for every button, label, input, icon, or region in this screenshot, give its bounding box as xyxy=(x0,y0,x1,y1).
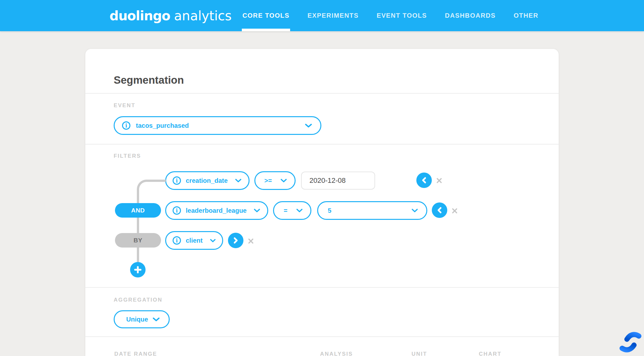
remove-filter-button[interactable] xyxy=(436,177,442,184)
confluence-logo xyxy=(619,332,642,355)
chevron-down-icon xyxy=(280,179,287,183)
filter-field-select[interactable]: i client xyxy=(165,231,223,250)
remove-filter-button[interactable] xyxy=(451,208,458,214)
info-icon[interactable]: i xyxy=(122,121,130,130)
filter-operator-select[interactable]: >= xyxy=(254,171,296,190)
filter-date-input[interactable] xyxy=(301,172,375,190)
close-icon xyxy=(436,177,442,184)
aggregation-section-label: AGGREGATION xyxy=(114,297,162,303)
remove-filter-button[interactable] xyxy=(248,238,254,244)
chart-section-label: CHART xyxy=(479,351,502,356)
nav-core-tools[interactable]: CORE TOOLS xyxy=(242,0,289,31)
chevron-right-icon xyxy=(232,237,239,244)
analysis-section-label: ANALYSIS xyxy=(320,351,353,356)
chevron-down-icon xyxy=(153,317,160,322)
collapse-filter-button[interactable] xyxy=(416,173,432,188)
filters-section-label: FILTERS xyxy=(114,153,141,159)
filter-operator-value: = xyxy=(284,207,288,214)
divider xyxy=(85,93,559,94)
nav-experiments[interactable]: EXPERIMENTS xyxy=(308,0,359,31)
divider xyxy=(85,336,559,337)
filter-field-value: leaderboard_league xyxy=(186,207,247,214)
add-filter-button[interactable] xyxy=(130,262,146,277)
nav-other[interactable]: OTHER xyxy=(514,0,538,31)
filter-connector-and[interactable]: AND xyxy=(115,203,161,218)
filter-tree-connector xyxy=(137,180,166,271)
duolingo-analytics-logo[interactable]: duolingo analytics xyxy=(109,0,232,31)
event-section-label: EVENT xyxy=(114,102,136,109)
info-icon[interactable]: i xyxy=(173,206,181,215)
nav-dashboards[interactable]: DASHBOARDS xyxy=(445,0,496,31)
chevron-left-icon xyxy=(436,206,443,214)
filter-operator-value: >= xyxy=(264,177,272,184)
collapse-filter-button[interactable] xyxy=(432,202,447,218)
chevron-down-icon xyxy=(296,209,303,212)
chevron-down-icon xyxy=(412,209,418,212)
chevron-down-icon xyxy=(235,179,242,183)
segmentation-page: duolingo analytics CORE TOOLS EXPERIMENT… xyxy=(0,0,644,356)
main-nav: CORE TOOLS EXPERIMENTS EVENT TOOLS DASHB… xyxy=(242,0,538,31)
segmentation-card: Segmentation EVENT i tacos_purchased FIL… xyxy=(85,49,559,356)
unit-section-label: UNIT xyxy=(412,351,427,356)
event-select[interactable]: i tacos_purchased xyxy=(114,116,321,135)
chevron-down-icon xyxy=(210,239,216,242)
close-icon xyxy=(248,238,254,244)
app-header: duolingo analytics CORE TOOLS EXPERIMENT… xyxy=(0,0,644,31)
plus-icon xyxy=(134,266,142,274)
filter-connector-by[interactable]: BY xyxy=(115,233,161,248)
filter-field-select[interactable]: i creation_date xyxy=(165,171,250,190)
filter-field-select[interactable]: i leaderboard_league xyxy=(165,201,268,220)
filter-value-select[interactable]: 5 xyxy=(317,201,427,220)
close-icon xyxy=(451,208,458,214)
chevron-down-icon xyxy=(305,124,312,128)
chevron-down-icon xyxy=(254,209,260,212)
filter-field-value: client xyxy=(186,237,203,244)
expand-filter-button[interactable] xyxy=(228,233,243,248)
filter-field-value: creation_date xyxy=(186,177,228,184)
brand-bold: duolingo xyxy=(109,8,170,23)
nav-event-tools[interactable]: EVENT TOOLS xyxy=(377,0,427,31)
chevron-left-icon xyxy=(421,176,427,184)
filter-value: 5 xyxy=(328,207,331,214)
divider xyxy=(85,287,559,288)
aggregation-value: Unique xyxy=(126,316,148,323)
filter-operator-select[interactable]: = xyxy=(273,201,311,220)
brand-light: analytics xyxy=(174,8,232,23)
page-title: Segmentation xyxy=(114,74,184,86)
date-range-section-label: DATE RANGE xyxy=(114,351,157,356)
info-icon[interactable]: i xyxy=(173,176,181,185)
info-icon[interactable]: i xyxy=(173,236,181,245)
divider xyxy=(85,144,559,145)
aggregation-select[interactable]: Unique xyxy=(114,310,170,328)
event-select-value: tacos_purchased xyxy=(136,122,189,129)
